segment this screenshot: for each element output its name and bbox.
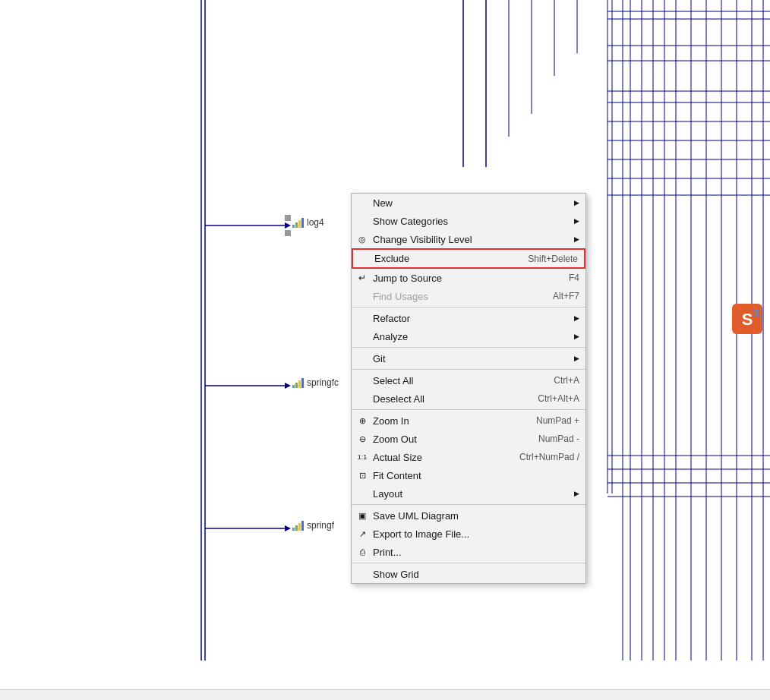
jump-icon: ↵ xyxy=(356,272,368,284)
menu-item-fit-content-label: Fit Content xyxy=(373,470,579,481)
actual-size-icon: 1:1 xyxy=(356,451,368,463)
menu-item-exclude[interactable]: Exclude Shift+Delete xyxy=(352,248,585,269)
menu-item-git[interactable]: Git xyxy=(352,349,585,367)
menu-item-deselect-all-shortcut: Ctrl+Alt+A xyxy=(538,393,579,404)
menu-item-zoom-in-label: Zoom In xyxy=(373,415,521,427)
menu-item-zoom-out-shortcut: NumPad - xyxy=(538,434,579,444)
node-springfc-label: springfc xyxy=(307,377,339,388)
separator-2 xyxy=(352,347,585,348)
menu-item-change-visibility-label: Change Visibility Level xyxy=(373,234,571,245)
menu-item-zoom-out[interactable]: ⊖ Zoom Out NumPad - xyxy=(352,430,585,448)
menu-item-new-label: New xyxy=(373,197,571,209)
menu-item-zoom-in-shortcut: NumPad + xyxy=(536,415,579,426)
menu-item-find-usages-shortcut: Alt+F7 xyxy=(553,291,579,301)
node-springfc: springfc xyxy=(292,377,339,388)
menu-item-exclude-label: Exclude xyxy=(374,253,513,264)
node-springf: springf xyxy=(292,520,334,531)
menu-item-export-image-label: Export to Image File... xyxy=(373,528,579,540)
menu-item-fit-content[interactable]: ⊡ Fit Content xyxy=(352,466,585,484)
svg-rect-43 xyxy=(285,215,291,221)
menu-item-jump-to-source[interactable]: ↵ Jump to Source F4 xyxy=(352,269,585,287)
bar-icon-2 xyxy=(292,377,304,388)
bar-icon-1 xyxy=(292,217,304,228)
menu-item-deselect-all[interactable]: Deselect All Ctrl+Alt+A xyxy=(352,389,585,408)
menu-item-exclude-shortcut: Shift+Delete xyxy=(528,254,578,264)
menu-item-actual-size-shortcut: Ctrl+NumPad / xyxy=(519,452,579,462)
menu-item-show-categories[interactable]: Show Categories xyxy=(352,212,585,230)
menu-item-jump-to-source-label: Jump to Source xyxy=(373,273,554,284)
svg-text:英: 英 xyxy=(752,309,761,317)
menu-item-save-uml[interactable]: ▣ Save UML Diagram xyxy=(352,506,585,525)
node-log4-label: log4 xyxy=(307,217,324,228)
eye-icon: ◎ xyxy=(356,233,368,245)
svg-text:S: S xyxy=(742,310,753,329)
fit-content-icon: ⊡ xyxy=(356,469,368,481)
scrollbar-area[interactable] xyxy=(0,689,770,700)
menu-item-analyze-label: Analyze xyxy=(373,331,571,342)
menu-item-layout[interactable]: Layout xyxy=(352,484,585,503)
menu-item-actual-size-label: Actual Size xyxy=(373,452,504,463)
separator-1 xyxy=(352,307,585,307)
menu-item-show-grid[interactable]: Show Grid xyxy=(352,565,585,583)
menu-item-export-image[interactable]: ↗ Export to Image File... xyxy=(352,525,585,543)
svg-marker-42 xyxy=(285,525,291,531)
menu-item-print-label: Print... xyxy=(373,547,579,558)
menu-item-layout-label: Layout xyxy=(373,488,571,500)
menu-item-show-categories-label: Show Categories xyxy=(373,216,571,227)
menu-item-new[interactable]: New xyxy=(352,194,585,212)
sogou-icon: S 英 xyxy=(731,302,764,336)
separator-6 xyxy=(352,563,585,563)
menu-item-zoom-in[interactable]: ⊕ Zoom In NumPad + xyxy=(352,411,585,430)
separator-3 xyxy=(352,369,585,370)
menu-item-print[interactable]: ⎙ Print... xyxy=(352,543,585,561)
menu-item-find-usages[interactable]: Find Usages Alt+F7 xyxy=(352,287,585,305)
menu-item-git-label: Git xyxy=(373,353,571,364)
menu-item-find-usages-label: Find Usages xyxy=(373,291,538,302)
print-icon: ⎙ xyxy=(356,546,368,558)
menu-item-select-all[interactable]: Select All Ctrl+A xyxy=(352,371,585,389)
menu-item-show-grid-label: Show Grid xyxy=(373,569,579,580)
menu-item-zoom-out-label: Zoom Out xyxy=(373,434,523,445)
node-log4: log4 xyxy=(292,217,324,228)
menu-item-change-visibility[interactable]: ◎ Change Visibility Level xyxy=(352,230,585,248)
menu-item-select-all-shortcut: Ctrl+A xyxy=(554,375,579,386)
node-springf-label: springf xyxy=(307,520,334,531)
save-icon: ▣ xyxy=(356,509,368,522)
zoom-out-icon: ⊖ xyxy=(356,433,368,445)
context-menu: New Show Categories ◎ Change Visibility … xyxy=(351,193,586,584)
menu-item-refactor[interactable]: Refactor xyxy=(352,309,585,327)
svg-marker-40 xyxy=(285,383,291,389)
bar-icon-3 xyxy=(292,520,304,531)
separator-4 xyxy=(352,409,585,410)
export-icon: ↗ xyxy=(356,528,368,540)
menu-item-deselect-all-label: Deselect All xyxy=(373,393,522,405)
menu-item-analyze[interactable]: Analyze xyxy=(352,327,585,345)
menu-item-save-uml-label: Save UML Diagram xyxy=(373,510,579,522)
svg-rect-44 xyxy=(285,230,291,236)
svg-marker-38 xyxy=(285,222,291,229)
menu-item-refactor-label: Refactor xyxy=(373,313,571,324)
zoom-in-icon: ⊕ xyxy=(356,415,368,427)
menu-item-select-all-label: Select All xyxy=(373,375,538,386)
menu-item-actual-size[interactable]: 1:1 Actual Size Ctrl+NumPad / xyxy=(352,448,585,466)
menu-item-jump-to-source-shortcut: F4 xyxy=(569,273,579,283)
separator-5 xyxy=(352,504,585,505)
